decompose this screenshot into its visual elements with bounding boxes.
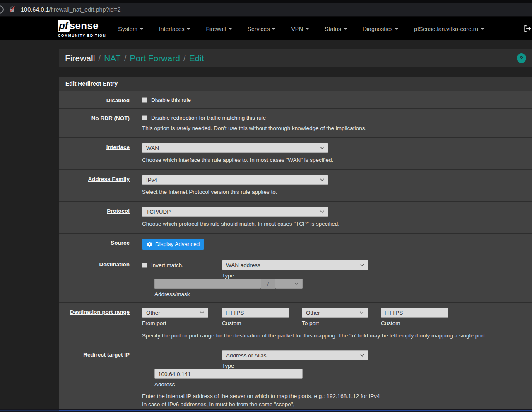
- nav-item-interfaces[interactable]: Interfaces: [151, 22, 198, 36]
- redirect-ip-type-select[interactable]: Address or Alias: [222, 350, 368, 360]
- destination-mask-select: [275, 279, 303, 289]
- nav-item-firewall[interactable]: Firewall: [198, 22, 239, 36]
- nordr-checkbox[interactable]: [142, 115, 147, 120]
- to-port-select[interactable]: Other: [302, 308, 368, 318]
- row-disabled: Disabled Disable this rule: [59, 91, 532, 109]
- field-label-nordr: No RDR (NOT): [59, 114, 130, 133]
- field-label-protocol: Protocol: [59, 207, 130, 228]
- select-chevron-icon: [360, 354, 364, 357]
- select-chevron-icon: [320, 147, 324, 149]
- field-label-disabled: Disabled: [59, 96, 130, 104]
- chevron-down-icon: [140, 28, 143, 30]
- nav-item-vpn[interactable]: VPN: [283, 22, 317, 36]
- edit-redirect-entry-panel: Edit Redirect Entry Disabled Disable thi…: [59, 77, 532, 412]
- pfsense-navbar: pfsense COMMUNITY EDITION System Interfa…: [0, 17, 532, 40]
- display-advanced-label: Display Advanced: [155, 241, 200, 247]
- browser-window-top: [0, 0, 532, 3]
- url-path: /firewall_nat_edit.php?id=2: [49, 6, 121, 13]
- panel-title: Edit Redirect Entry: [59, 77, 532, 91]
- chevron-down-icon: [272, 28, 275, 30]
- destination-address-caption: Address/mask: [154, 291, 303, 297]
- logo-pf-mark: pf: [58, 20, 70, 32]
- protocol-help-text: Choose which protocol this rule should m…: [142, 220, 529, 228]
- row-interface: Interface WAN Choose which interface thi…: [59, 138, 532, 170]
- row-protocol: Protocol TCP/UDP Choose which protocol t…: [59, 202, 532, 234]
- display-advanced-button[interactable]: Display Advanced: [142, 239, 204, 250]
- insecure-lock-icon[interactable]: [9, 6, 16, 13]
- interface-select[interactable]: WAN: [142, 143, 328, 153]
- url-text[interactable]: 100.64.0.1/firewall_nat_edit.php?id=2: [21, 6, 120, 13]
- protocol-select[interactable]: TCP/UDP: [142, 207, 328, 217]
- from-port-custom-input[interactable]: [222, 308, 289, 318]
- pfsense-logo[interactable]: pfsense COMMUNITY EDITION: [58, 20, 106, 38]
- chevron-down-icon: [395, 28, 398, 30]
- address-family-select[interactable]: IPv4: [142, 175, 328, 185]
- redirect-ip-address-caption: Address: [154, 381, 303, 388]
- redirect-ip-address-input[interactable]: [154, 369, 303, 379]
- row-nordr: No RDR (NOT) Disable redirection for tra…: [59, 109, 532, 138]
- logo-edition-text: COMMUNITY EDITION: [58, 34, 106, 38]
- destination-type-caption: Type: [222, 272, 368, 279]
- address-family-help-text: Select the Internet Protocol version thi…: [142, 188, 529, 196]
- field-label-source: Source: [59, 239, 130, 250]
- nordr-checkbox-label: Disable redirection for traffic matching…: [151, 115, 266, 121]
- from-port-custom-caption: Custom: [222, 320, 289, 326]
- breadcrumb-link-nat[interactable]: NAT: [104, 53, 120, 63]
- breadcrumb-link-edit[interactable]: Edit: [189, 53, 204, 63]
- select-chevron-icon: [294, 282, 298, 285]
- nordr-help-text: This option is rarely needed. Don't use …: [142, 124, 529, 133]
- nav-item-system[interactable]: System: [110, 22, 151, 36]
- mask-separator: /: [261, 279, 275, 289]
- logo-sense-text: sense: [70, 20, 99, 31]
- nav-item-status[interactable]: Status: [317, 22, 355, 36]
- chevron-down-icon: [229, 28, 232, 30]
- field-label-interface: Interface: [59, 143, 130, 164]
- from-port-caption: From port: [142, 320, 208, 326]
- window-bottom-highlight-bright: [59, 410, 532, 411]
- to-port-custom-caption: Custom: [381, 320, 448, 326]
- sign-out-icon[interactable]: [523, 24, 531, 34]
- interface-help-text: Choose which interface this rule applies…: [142, 156, 529, 164]
- to-port-caption: To port: [302, 320, 368, 326]
- breadcrumb-root: Firewall: [65, 53, 95, 63]
- destination-type-select[interactable]: WAN address: [222, 260, 368, 270]
- invert-match-label: Invert match.: [151, 262, 183, 268]
- select-chevron-icon: [320, 210, 324, 213]
- select-chevron-icon: [320, 178, 324, 181]
- nav-item-diagnostics[interactable]: Diagnostics: [355, 22, 406, 36]
- field-label-redirect-target-ip: Redirect target IP: [59, 350, 130, 412]
- row-destination: Destination Invert match. WAN address Ty…: [59, 255, 532, 303]
- from-port-select[interactable]: Other: [142, 308, 208, 318]
- row-address-family: Address Family IPv4 Select the Internet …: [59, 170, 532, 202]
- redirect-ip-type-caption: Type: [222, 363, 368, 369]
- row-source: Source Display Advanced: [59, 234, 532, 255]
- row-destination-port-range: Destination port range Other From port C…: [59, 303, 532, 345]
- destination-address-input: [154, 279, 261, 289]
- help-icon[interactable]: ?: [517, 53, 526, 63]
- nav-menus: System Interfaces Firewall Services VPN …: [110, 22, 492, 36]
- dest-port-range-help-text: Specify the port or port range for the d…: [142, 332, 529, 340]
- reload-icon[interactable]: [0, 5, 4, 14]
- page-content: Firewall / NAT / Port Forward / Edit ? E…: [59, 40, 532, 412]
- field-label-dest-port-range: Destination port range: [59, 308, 130, 340]
- browser-address-bar[interactable]: 100.64.0.1/firewall_nat_edit.php?id=2: [0, 3, 532, 16]
- chevron-down-icon: [306, 28, 309, 30]
- disable-rule-checkbox-label: Disable this rule: [151, 97, 191, 103]
- chevron-down-icon: [344, 28, 347, 30]
- breadcrumb-link-port-forward[interactable]: Port Forward: [130, 53, 180, 63]
- url-host: 100.64.0.1: [21, 6, 49, 13]
- gear-icon: [147, 241, 152, 247]
- field-label-address-family: Address Family: [59, 175, 130, 196]
- row-redirect-target-ip: Redirect target IP Address or Alias Type…: [59, 345, 532, 412]
- breadcrumb: Firewall / NAT / Port Forward / Edit ?: [59, 49, 532, 67]
- invert-match-checkbox[interactable]: [142, 263, 147, 268]
- chevron-down-icon: [187, 28, 190, 30]
- to-port-custom-input[interactable]: [381, 308, 448, 318]
- disable-rule-checkbox[interactable]: [142, 97, 147, 103]
- select-chevron-icon: [200, 311, 204, 314]
- chevron-down-icon: [481, 28, 484, 30]
- nav-item-services[interactable]: Services: [240, 22, 284, 36]
- select-chevron-icon: [360, 311, 364, 314]
- select-chevron-icon: [360, 264, 364, 266]
- nav-item-hostname[interactable]: pfSense.lan.vitko-core.ru: [406, 22, 492, 36]
